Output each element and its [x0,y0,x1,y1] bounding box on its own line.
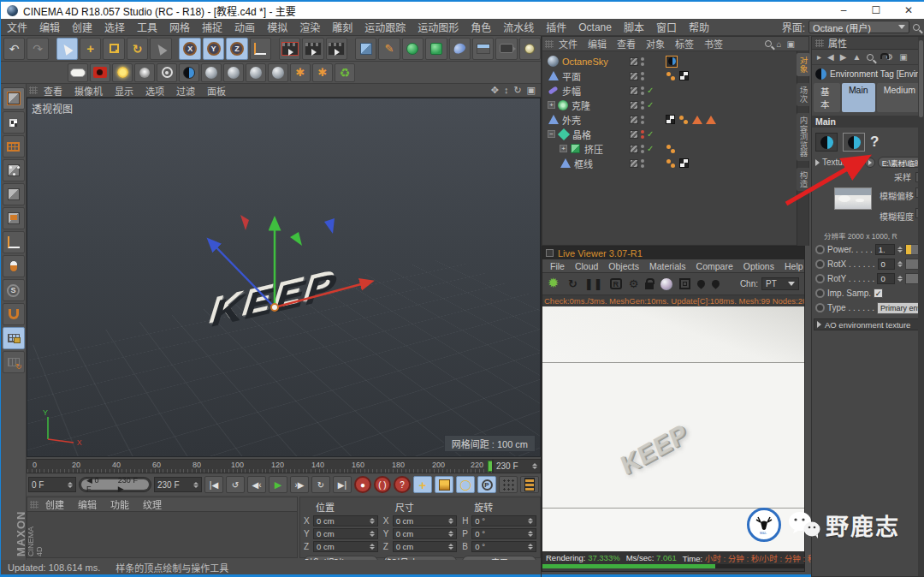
octane-vdb-button[interactable]: ✱ [312,63,333,82]
expand-icon[interactable]: + [548,101,555,109]
viewport-canvas[interactable]: 透视视图 KEEP Y X [27,98,541,457]
pos-z-input[interactable]: 0 cm [313,541,378,552]
channel-dropdown[interactable]: PT [761,277,799,290]
polygons-mode-button[interactable] [3,207,25,229]
ao-environment-section[interactable]: AO environment texture [814,318,922,330]
mode-menu-icon[interactable]: ▸ [817,52,821,62]
visibility-dots-hidden[interactable] [641,130,644,139]
object-row-plane[interactable]: 平面 [548,68,797,83]
drag-grip[interactable] [545,40,554,48]
tab-takes[interactable]: 场次 [797,83,810,106]
visibility-dots[interactable] [641,86,644,95]
enable-check-icon[interactable]: ✓ [647,86,655,95]
coordinate-system-button[interactable] [250,38,271,60]
tab-structure[interactable]: 构造 [797,168,810,191]
end-frame-box2[interactable]: 230 F [154,477,202,492]
lock-y-button[interactable]: Y [203,38,224,60]
lock-z-button[interactable]: Z [226,38,247,60]
redo-button[interactable]: ↷ [27,38,48,60]
model-mode-button[interactable] [3,87,25,110]
timeline-window-button[interactable] [520,476,539,493]
lock-resolution-icon[interactable] [645,283,654,289]
enable-check-icon[interactable]: ✓ [647,144,655,153]
visibility-dots[interactable] [641,101,644,110]
om-menu-objects[interactable]: 对象 [641,37,670,51]
octane-tag-icon[interactable] [706,116,716,124]
size-z-input[interactable]: 0 cm [393,541,458,552]
menu-snap[interactable]: 捕捉 [196,20,228,34]
points-mode-button[interactable] [3,159,25,181]
octane-logo-icon[interactable]: ✹ [548,277,561,291]
menu-motion-tracker[interactable]: 运动跟踪 [358,20,412,34]
octane-arealight-button[interactable] [134,63,155,82]
menu-mograph[interactable]: 运动图形 [412,20,465,34]
rotx-input[interactable]: 0 [878,259,895,270]
last-tool-button[interactable] [150,38,171,60]
octane-specular-material-button[interactable] [246,63,266,82]
menu-window[interactable]: 窗口 [650,20,683,34]
menu-edit[interactable]: 编辑 [33,20,66,34]
key-rotation-button[interactable]: ◯ [456,476,475,493]
attributes-scrollbar[interactable] [918,37,924,576]
rot-b-input[interactable]: 0 ° [471,541,536,552]
key-parameter-button[interactable]: P [477,476,496,493]
previous-key-button[interactable]: ◀‹ [247,476,266,493]
expand-triangle-icon[interactable] [815,159,820,166]
mat-menu-edit[interactable]: 编辑 [71,497,104,511]
rot-h-input[interactable]: 0 ° [471,515,536,526]
key-position-button[interactable]: + [413,476,432,493]
rot-p-input[interactable]: 0 ° [471,528,536,539]
undo-button[interactable]: ↶ [3,38,25,60]
viewport-solo-button[interactable] [3,255,25,277]
search-icon[interactable] [913,24,920,31]
drag-grip[interactable] [815,39,824,47]
menu-help[interactable]: 帮助 [683,20,715,34]
lv-menu-help[interactable]: Help [779,261,808,271]
play-button[interactable]: ▶ [269,476,287,493]
tab-objects[interactable]: 对象 [797,53,810,76]
object-row-extrude[interactable]: + 挤压 ✓ [548,141,797,156]
object-row-spline[interactable]: 框线 [548,156,797,170]
enable-check-icon[interactable]: ✓ [647,129,655,139]
autokey-button[interactable]: ( ) [374,476,391,493]
expand-icon[interactable]: + [560,145,567,152]
octane-scatter-button[interactable]: ✱ [290,63,311,82]
next-key-button[interactable]: ›▶ [290,476,309,493]
keyframe-help-button[interactable]: ? [394,476,411,493]
lv-menu-cloud[interactable]: Cloud [570,261,603,271]
stepper-icon[interactable] [532,463,537,469]
search-icon[interactable] [867,54,874,61]
tab-main[interactable]: Main [842,83,875,112]
align-workplane-button[interactable] [3,351,25,373]
phong-tag-icon[interactable] [679,158,689,168]
layer-box[interactable] [630,101,638,110]
object-row-lattice[interactable]: − 晶格 ✓ [548,127,797,141]
layer-box[interactable] [630,72,638,80]
add-view-icon[interactable]: ▣ [787,39,795,49]
anim-dot-icon[interactable] [815,288,825,298]
visibility-dots[interactable] [641,159,644,168]
maximize-button[interactable]: ☐ [860,2,892,19]
material-picker-icon[interactable] [696,278,707,289]
object-row-shell[interactable]: 外壳 [548,112,797,127]
end-frame-box[interactable]: 230 F [493,459,541,473]
octane-environment-tag-icon[interactable] [666,56,678,68]
region-render-icon[interactable]: R [610,278,622,289]
history-forward-icon[interactable]: ▶ [840,52,847,62]
lock-x-button[interactable]: X [179,38,200,60]
menu-animate[interactable]: 动画 [228,20,261,34]
stepper-icon[interactable] [897,276,903,282]
anim-dot-icon[interactable] [815,245,825,254]
restart-render-icon[interactable]: ↻ [568,277,578,290]
visibility-dots[interactable] [641,72,644,80]
om-menu-view[interactable]: 查看 [612,37,641,51]
stepper-icon[interactable] [68,482,73,488]
roty-input[interactable]: 0 [877,273,895,284]
texture-env-button[interactable] [815,133,838,152]
render-picture-viewer-button[interactable] [302,38,323,60]
layer-box[interactable] [630,145,638,153]
pause-render-icon[interactable]: ❚❚ [584,277,603,290]
lv-menu-objects[interactable]: Objects [603,261,644,271]
layer-box[interactable] [630,116,638,124]
octane-diffuse-material-button[interactable] [201,63,222,82]
